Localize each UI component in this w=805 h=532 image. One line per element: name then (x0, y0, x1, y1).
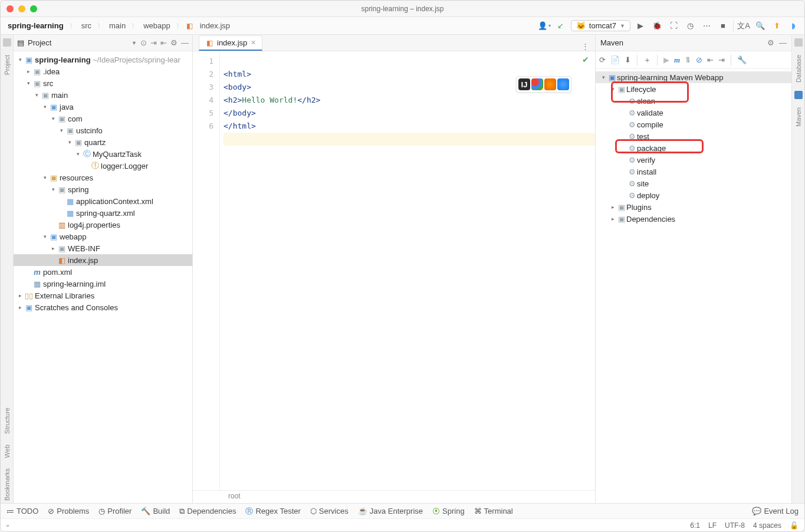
maven-lifecycle[interactable]: ▾▣Lifecycle (596, 83, 791, 95)
collapse-icon[interactable]: ⇤ (707, 55, 714, 64)
toggle-offline-icon[interactable]: ⥮ (685, 55, 691, 64)
search-icon[interactable]: 🔍 (754, 19, 767, 32)
tree-iml[interactable]: ▦spring-learning.iml (14, 278, 192, 290)
left-tab-web[interactable]: Web (4, 442, 11, 460)
tree-idea[interactable]: ▸▣.idea (14, 65, 192, 77)
indent[interactable]: 4 spaces (753, 521, 781, 530)
crumb-root[interactable]: spring-learning (5, 20, 66, 31)
maven-goal-validate[interactable]: ⚙validate (596, 107, 791, 119)
settings-icon[interactable]: ⚙ (170, 38, 178, 47)
database-tool-icon[interactable] (794, 38, 803, 47)
code-area[interactable]: <html> <body> <h2>Hello World!</h2> </bo… (220, 51, 595, 490)
right-tab-database[interactable]: Database (795, 52, 802, 85)
maven-dependencies[interactable]: ▸▣Dependencies (596, 213, 791, 225)
encoding[interactable]: UTF-8 (725, 521, 745, 530)
run-icon[interactable]: ▶ (663, 55, 669, 64)
wrench-icon[interactable]: 🔧 (737, 55, 747, 64)
project-tool-icon[interactable] (3, 38, 11, 47)
left-tab-project[interactable]: Project (4, 52, 11, 77)
right-tab-maven[interactable]: Maven (795, 105, 802, 129)
maven-goal-package[interactable]: ⚙package (596, 142, 791, 154)
tool-spring[interactable]: ⦿Spring (432, 507, 465, 515)
tool-regex[interactable]: ⓇRegex Tester (245, 506, 300, 517)
maven-goal-install[interactable]: ⚙install (596, 166, 791, 178)
show-settings-icon[interactable]: ⇥ (718, 55, 725, 64)
tree-webinf[interactable]: ▸▣WEB-INF (14, 242, 192, 254)
gear-icon[interactable]: ⚙ (767, 38, 774, 47)
download-sources-icon[interactable]: ⬇ (625, 55, 631, 64)
editor-breadcrumb[interactable]: root (193, 490, 595, 503)
tree-extlib[interactable]: ▸▯▯External Libraries (14, 290, 192, 301)
close-button[interactable] (6, 5, 14, 12)
coverage-button[interactable]: ⛶ (667, 19, 680, 32)
maven-plugins[interactable]: ▸▣Plugins (596, 201, 791, 213)
tree-appcontext[interactable]: ▦applicationContext.xml (14, 195, 192, 207)
tree-myquartztask[interactable]: ▾ⒸMyQuartzTask (14, 148, 192, 160)
tree-src[interactable]: ▾▣src (14, 77, 192, 89)
expand-all-icon[interactable]: ⇥ (150, 38, 157, 47)
translate-icon[interactable]: 文A (737, 19, 750, 32)
debug-button[interactable]: 🐞 (650, 19, 663, 32)
project-panel-title[interactable]: Project (28, 38, 128, 47)
crumb-3[interactable]: webapp (141, 20, 173, 31)
tree-spring-folder[interactable]: ▾▣spring (14, 183, 192, 195)
editor-body[interactable]: 123 456 <html> <body> <h2>Hello World!</… (193, 51, 595, 490)
tree-log4j[interactable]: ▥log4j.properties (14, 219, 192, 231)
crumb-1[interactable]: src (79, 20, 94, 31)
cursor-position[interactable]: 6:1 (690, 521, 700, 530)
run-config-selector[interactable]: 🐱 tomcat7 ▼ (571, 20, 630, 31)
maven-goal-test[interactable]: ⚙test (596, 130, 791, 142)
tree-main[interactable]: ▾▣main (14, 89, 192, 101)
tree-java[interactable]: ▾▣java (14, 101, 192, 113)
maven-tree[interactable]: ▾▣spring-learning Maven Webapp ▾▣Lifecyc… (596, 69, 791, 503)
attach-button[interactable]: ⋯ (700, 19, 713, 32)
select-opened-icon[interactable]: ⊙ (140, 38, 147, 47)
maven-goal-deploy[interactable]: ⚙deploy (596, 189, 791, 201)
tree-resources[interactable]: ▾▣resources (14, 172, 192, 183)
tree-springquartz[interactable]: ▦spring-quartz.xml (14, 207, 192, 219)
tool-build[interactable]: 🔨Build (141, 507, 170, 515)
profile-button[interactable]: ◷ (684, 19, 696, 32)
maven-root[interactable]: ▾▣spring-learning Maven Webapp (596, 71, 791, 83)
left-tab-bookmarks[interactable]: Bookmarks (4, 466, 11, 503)
tool-services[interactable]: ⬡Services (310, 507, 349, 515)
toggle-skip-tests-icon[interactable]: ⊘ (696, 55, 702, 64)
user-icon[interactable]: 👤 (538, 19, 551, 32)
tree-root[interactable]: ▾▣spring-learning ~/IdeaProjects/spring-… (14, 54, 192, 65)
collapse-all-icon[interactable]: ⇤ (160, 38, 167, 47)
tree-ustcinfo[interactable]: ▾▣ustcinfo (14, 124, 192, 136)
builtin-preview-icon[interactable]: IJ (518, 78, 530, 90)
hide-icon[interactable]: — (779, 38, 787, 47)
hide-icon[interactable]: — (181, 38, 189, 47)
tool-dependencies[interactable]: ⧉Dependencies (179, 507, 236, 516)
stop-button[interactable]: ■ (717, 19, 730, 32)
generate-sources-icon[interactable]: 📄 (610, 55, 620, 64)
vcs-update-icon[interactable]: ↙ (554, 19, 567, 32)
tree-pom[interactable]: mpom.xml (14, 266, 192, 278)
project-tree[interactable]: ▾▣spring-learning ~/IdeaProjects/spring-… (14, 51, 192, 503)
crumb-2[interactable]: main (107, 20, 128, 31)
crumb-4[interactable]: index.jsp (198, 20, 232, 31)
execute-goal-icon[interactable]: m (674, 55, 680, 65)
run-button[interactable]: ▶ (634, 19, 647, 32)
maven-tool-icon[interactable] (794, 91, 803, 99)
ide-icon[interactable]: ◗ (787, 19, 800, 32)
minimize-button[interactable] (18, 5, 25, 12)
tool-eventlog[interactable]: 💬Event Log (752, 507, 799, 515)
tree-indexjsp[interactable]: ◧index.jsp (14, 254, 192, 266)
maximize-button[interactable] (30, 5, 37, 12)
maven-goal-site[interactable]: ⚙site (596, 178, 791, 189)
safari-icon[interactable] (557, 78, 569, 90)
add-icon[interactable]: ＋ (643, 55, 651, 65)
tool-todo[interactable]: ≔TODO (6, 507, 38, 515)
chevron-down-icon[interactable]: ▼ (132, 40, 137, 46)
inspection-ok-icon[interactable]: ✔ (582, 55, 589, 64)
firefox-icon[interactable] (544, 78, 556, 90)
status-left-icon[interactable]: ▫ (6, 521, 9, 530)
close-icon[interactable]: ✕ (251, 39, 256, 47)
updates-icon[interactable]: ⬆ (770, 19, 783, 32)
tab-indexjsp[interactable]: ◧ index.jsp ✕ (199, 35, 262, 51)
tool-javaee[interactable]: ☕Java Enterprise (358, 507, 423, 515)
tool-profiler[interactable]: ◷Profiler (98, 507, 132, 515)
maven-goal-clean[interactable]: ⚙clean (596, 95, 791, 107)
